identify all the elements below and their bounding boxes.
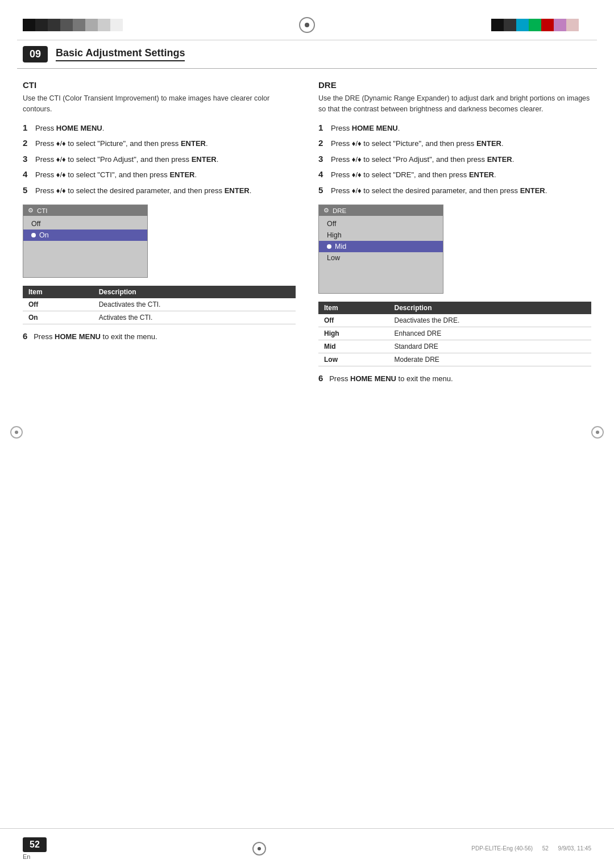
table-row: High Enhanced DRE (318, 327, 591, 340)
color-block (85, 19, 98, 31)
cti-step-6: 6 Press HOME MENU to exit the menu. (23, 331, 296, 341)
cti-step-4: 4 Press ♦/♦ to select "CTI", and then pr… (23, 168, 296, 181)
color-block (110, 19, 123, 31)
dre-step-1: 1 Press HOME MENU. (318, 122, 591, 135)
step-6-num: 6 (318, 373, 323, 383)
step-num: 1 (23, 122, 31, 135)
step-num: 1 (318, 122, 326, 135)
step-text: Press ♦/♦ to select "DRE", and then pres… (331, 169, 591, 181)
color-strip-right (491, 19, 591, 31)
color-block (516, 19, 529, 31)
cti-menu-box: ⚙ CTI Off On (23, 205, 148, 278)
color-block (541, 19, 554, 31)
dre-mid-desc: Standard DRE (389, 340, 592, 353)
dre-low-item: Low (318, 353, 389, 366)
page-number: 52 (23, 837, 47, 852)
table-row: On Activates the CTI. (23, 311, 296, 324)
dre-off-desc: Deactivates the DRE. (389, 314, 592, 327)
dre-low-desc: Moderate DRE (389, 353, 592, 366)
cti-on-desc: Activates the CTI. (93, 311, 296, 324)
meta-date: 9/9/03, 11:45 (558, 845, 591, 852)
color-block (98, 19, 110, 31)
center-circle (299, 17, 315, 33)
dre-menu-item-mid: Mid (319, 241, 443, 252)
dre-menu-item-high: High (319, 229, 443, 241)
cti-table-header-desc: Description (93, 286, 296, 298)
cti-menu-item-on: On (23, 229, 147, 241)
page-number-area: 52 En (23, 837, 47, 860)
cti-menu-items: Off On (23, 216, 147, 277)
step-text: Press HOME MENU. (331, 123, 591, 134)
cti-on-bullet (31, 233, 36, 237)
bottom-bar: 52 En PDP-ELITE-Eng (40-56) 52 9/9/03, 1… (0, 828, 614, 868)
circle-inner (305, 23, 309, 27)
dre-menu-item-low: Low (319, 252, 443, 264)
cti-menu-title: CTI (37, 207, 48, 214)
dre-step-6: 6 Press HOME MENU to exit the menu. (318, 373, 591, 383)
color-block (529, 19, 541, 31)
dre-section: DRE Use the DRE (Dynamic Range Expander)… (318, 80, 591, 383)
dre-step-5: 5 Press ♦/♦ to select the desired parame… (318, 184, 591, 197)
color-block (579, 19, 591, 31)
meta-page: 52 (542, 845, 549, 852)
dre-steps: 1 Press HOME MENU. 2 Press ♦/♦ to select… (318, 122, 591, 197)
color-block (554, 19, 566, 31)
top-bar (0, 0, 614, 40)
color-strip-left (23, 19, 123, 31)
page-lang: En (23, 853, 47, 860)
dre-table-header-desc: Description (389, 302, 592, 314)
step-text: Press ♦/♦ to select "Pro Adjust", and th… (35, 154, 296, 165)
dre-low-label: Low (327, 254, 340, 262)
cti-step-5: 5 Press ♦/♦ to select the desired parame… (23, 184, 296, 197)
dre-menu-title: DRE (333, 207, 346, 214)
dre-menu-box: ⚙ DRE Off High Mid Low (318, 205, 443, 294)
step-num: 2 (318, 137, 326, 150)
cti-on-label: On (39, 231, 49, 239)
dre-high-item: High (318, 327, 389, 340)
cti-on-item: On (23, 311, 93, 324)
cti-table: Item Description Off Deactivates the CTI… (23, 286, 296, 324)
color-block (48, 19, 60, 31)
color-block (35, 19, 48, 31)
bottom-circle-inner (258, 847, 261, 850)
chapter-title: Basic Adjustment Settings (56, 47, 185, 61)
step-num: 3 (23, 153, 31, 166)
dre-off-item: Off (318, 314, 389, 327)
cti-step-1: 1 Press HOME MENU. (23, 122, 296, 135)
dre-menu-item-off: Off (319, 218, 443, 229)
step-text: Press ♦/♦ to select "Picture", and then … (331, 138, 591, 149)
dre-menu-title-bar: ⚙ DRE (319, 205, 443, 216)
cti-off-item: Off (23, 298, 93, 311)
color-block (60, 19, 73, 31)
dre-table-header-item: Item (318, 302, 389, 314)
step-text: Press ♦/♦ to select the desired paramete… (35, 185, 296, 197)
cti-menu-item-off: Off (23, 218, 147, 229)
bottom-meta: PDP-ELITE-Eng (40-56) 52 9/9/03, 11:45 (471, 845, 591, 852)
dre-mid-label: Mid (335, 243, 346, 251)
cti-off-label: Off (31, 220, 40, 228)
dre-step-3: 3 Press ♦/♦ to select "Pro Adjust", and … (318, 153, 591, 166)
cti-section: CTI Use the CTI (Color Transient Improve… (23, 80, 296, 383)
chapter-header: 09 Basic Adjustment Settings (0, 40, 614, 68)
dre-title: DRE (318, 80, 591, 90)
chapter-number: 09 (23, 46, 48, 62)
color-block (491, 19, 504, 31)
step-num: 5 (318, 184, 326, 197)
dre-high-label: High (327, 231, 342, 239)
dre-high-desc: Enhanced DRE (389, 327, 592, 340)
main-content: CTI Use the CTI (Color Transient Improve… (0, 69, 614, 394)
table-row: Off Deactivates the DRE. (318, 314, 591, 327)
dre-off-label: Off (327, 220, 336, 228)
step-num: 5 (23, 184, 31, 197)
menu-icon: ⚙ (28, 207, 34, 214)
dre-table: Item Description Off Deactivates the DRE… (318, 302, 591, 366)
step-num: 4 (23, 168, 31, 181)
step-text: Press ♦/♦ to select "Pro Adjust", and th… (331, 154, 591, 165)
step-text: Press ♦/♦ to select "Picture", and then … (35, 138, 296, 149)
cti-step-2: 2 Press ♦/♦ to select "Picture", and the… (23, 137, 296, 150)
cti-step-3: 3 Press ♦/♦ to select "Pro Adjust", and … (23, 153, 296, 166)
meta-left: PDP-ELITE-Eng (40-56) (471, 845, 533, 852)
dre-step-4: 4 Press ♦/♦ to select "DRE", and then pr… (318, 168, 591, 181)
table-row: Off Deactivates the CTI. (23, 298, 296, 311)
color-block (504, 19, 516, 31)
